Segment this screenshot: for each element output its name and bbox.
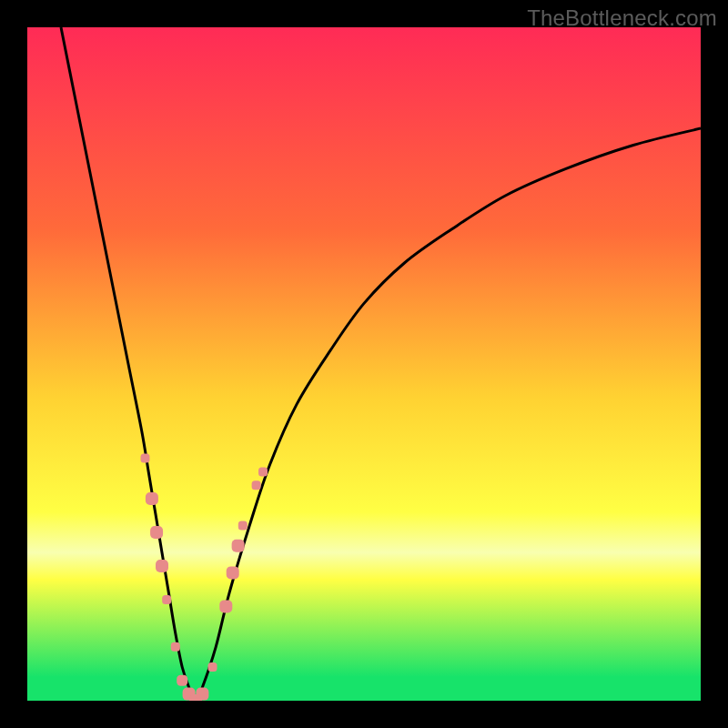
watermark-label: TheBottleneck.com [527,5,717,31]
data-marker [232,540,245,552]
data-markers [27,27,701,701]
data-marker [162,595,171,604]
plot-area [27,27,701,701]
data-marker [219,600,232,612]
data-marker [171,642,180,652]
data-marker [208,662,217,672]
data-marker [146,492,158,505]
data-marker [196,688,208,701]
data-marker [238,521,248,531]
data-marker [258,467,268,476]
data-marker [156,560,168,572]
data-marker [150,526,163,539]
data-marker [177,675,187,686]
data-marker [227,566,239,579]
data-marker [141,454,150,463]
chart-frame: TheBottleneck.com [0,0,728,728]
data-marker [252,480,261,490]
